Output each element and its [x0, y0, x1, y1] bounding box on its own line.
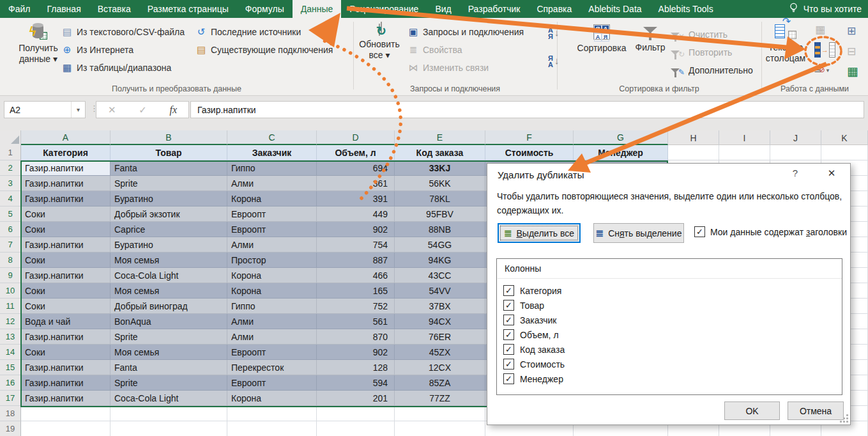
cell-D14[interactable]: 902 — [317, 345, 395, 360]
cell-E10[interactable]: 54VV — [395, 283, 485, 299]
cell-A2[interactable]: Газир.напитки — [21, 160, 110, 176]
cell-E1[interactable]: Код заказа — [395, 145, 485, 160]
tab-разработчик[interactable]: Разработчик — [460, 0, 529, 18]
column-option-код-заказа[interactable]: ✓Код заказа — [503, 342, 565, 357]
sort-descending-button[interactable]: ЯА ↓ — [548, 55, 559, 68]
cell-D15[interactable]: 128 — [317, 360, 395, 375]
row-header-13[interactable]: 13 — [0, 329, 21, 345]
ok-button[interactable]: OK — [724, 401, 780, 420]
queries-connections-button[interactable]: ▣Запросы и подключения — [407, 23, 524, 41]
tab-справка[interactable]: Справка — [528, 0, 580, 18]
cell-D8[interactable]: 887 — [317, 253, 395, 268]
cell-D18[interactable] — [317, 406, 395, 421]
cell-E14[interactable]: 45ZX — [395, 345, 485, 360]
cell-C18[interactable] — [227, 406, 317, 421]
cell-E3[interactable]: 56KK — [395, 176, 485, 191]
cell-C15[interactable]: Перекресток — [227, 360, 317, 375]
cell-E13[interactable]: 76ER — [395, 329, 485, 345]
data-validation-icon[interactable]: ≣⊘▾ — [814, 64, 829, 74]
cell-C3[interactable]: Алми — [227, 176, 317, 191]
formula-input[interactable]: Газир.напитки — [190, 101, 864, 118]
cell-A15[interactable]: Газир.напитки — [21, 360, 110, 375]
cell-C8[interactable]: Простор — [227, 253, 317, 268]
cell-C11[interactable]: Гиппо — [227, 299, 317, 314]
cell-C14[interactable]: Евроопт — [227, 345, 317, 360]
cell-C17[interactable]: Корона — [227, 391, 317, 406]
sort-ascending-button[interactable]: АЯ ↓ — [548, 27, 559, 40]
column-header-H[interactable]: H — [668, 130, 719, 145]
row-header-17[interactable]: 17 — [0, 391, 21, 406]
cell-B12[interactable]: BonAqua — [110, 314, 227, 329]
cell-B11[interactable]: Добрый виноград — [110, 299, 227, 314]
row-header-5[interactable]: 5 — [0, 206, 21, 222]
cell-D19[interactable] — [317, 421, 395, 436]
cell-C1[interactable]: Заказчик — [227, 145, 317, 160]
my-data-has-headers-checkbox[interactable]: ✓ Мои данные содержат заголовки — [694, 226, 847, 237]
cell-D9[interactable]: 466 — [317, 268, 395, 283]
cell-E9[interactable]: 43CC — [395, 268, 485, 283]
column-header-D[interactable]: D — [317, 130, 395, 145]
data-model-icon[interactable]: ▦ — [847, 65, 858, 77]
cell-E2[interactable]: 33KJ — [395, 160, 485, 176]
text-to-columns-button[interactable]: ↷ Текст по столбцам — [765, 20, 806, 83]
cell-C5[interactable]: Евроопт — [227, 206, 317, 222]
cell-B1[interactable]: Товар — [110, 145, 227, 160]
select-all-columns-button[interactable]: ≣ Выделить все — [498, 223, 581, 243]
column-header-G[interactable]: G — [574, 130, 668, 145]
cell-A13[interactable]: Газир.напитки — [21, 329, 110, 345]
cell-B9[interactable]: Coca-Cola Light — [110, 268, 227, 283]
name-box-dropdown-icon[interactable]: ▾ — [71, 102, 85, 118]
cell-A10[interactable]: Соки — [21, 283, 110, 299]
row-header-10[interactable]: 10 — [0, 283, 21, 299]
cell-D4[interactable]: 391 — [317, 191, 395, 206]
row-header-15[interactable]: 15 — [0, 360, 21, 375]
cell-A11[interactable]: Соки — [21, 299, 110, 314]
cell-A4[interactable]: Газир.напитки — [21, 191, 110, 206]
cell-D11[interactable]: 752 — [317, 299, 395, 314]
cell-E8[interactable]: 94KG — [395, 253, 485, 268]
tab-разметка-страницы[interactable]: Разметка страницы — [139, 0, 237, 18]
cell-E15[interactable]: 12CX — [395, 360, 485, 375]
column-header-C[interactable]: C — [227, 130, 317, 145]
cell-A7[interactable]: Газир.напитки — [21, 237, 110, 253]
column-header-A[interactable]: A — [21, 130, 110, 145]
cell-B8[interactable]: Моя семья — [110, 253, 227, 268]
cell-A5[interactable]: Соки — [21, 206, 110, 222]
cell-B4[interactable]: Буратино — [110, 191, 227, 206]
tab-вставка[interactable]: Вставка — [89, 0, 139, 18]
dialog-resize-grip[interactable] — [846, 421, 848, 423]
cancel-entry-icon[interactable]: ✕ — [108, 104, 116, 116]
cell-D1[interactable]: Объем, л — [317, 145, 395, 160]
cell-E19[interactable] — [395, 421, 485, 436]
row-header-12[interactable]: 12 — [0, 314, 21, 329]
row-header-8[interactable]: 8 — [0, 253, 21, 268]
cell-D17[interactable]: 201 — [317, 391, 395, 406]
cell-A17[interactable]: Газир.напитки — [21, 391, 110, 406]
row-header-2[interactable]: 2 — [0, 160, 21, 176]
row-header-19[interactable]: 19 — [0, 421, 21, 436]
cell-A18[interactable] — [21, 406, 110, 421]
cell-J1[interactable] — [770, 145, 821, 160]
cell-C12[interactable]: Алми — [227, 314, 317, 329]
unselect-all-columns-button[interactable]: ≣ Снять выделение — [593, 223, 684, 243]
cell-B19[interactable] — [110, 421, 227, 436]
row-header-9[interactable]: 9 — [0, 268, 21, 283]
cell-E7[interactable]: 54GG — [395, 237, 485, 253]
column-header-B[interactable]: B — [110, 130, 227, 145]
cell-C16[interactable]: Евроопт — [227, 375, 317, 391]
filter-button[interactable]: Фильтр — [632, 20, 668, 83]
from-web-button[interactable]: ⊕Из Интернета — [61, 41, 185, 59]
cell-E4[interactable]: 78KL — [395, 191, 485, 206]
dialog-close-button[interactable]: ✕ — [822, 167, 841, 183]
row-header-3[interactable]: 3 — [0, 176, 21, 191]
row-header-4[interactable]: 4 — [0, 191, 21, 206]
cell-A14[interactable]: Соки — [21, 345, 110, 360]
cell-E12[interactable]: 94CX — [395, 314, 485, 329]
row-header-11[interactable]: 11 — [0, 299, 21, 314]
from-table-button[interactable]: ▦Из таблицы/диапазона — [61, 59, 185, 77]
tab-рецензирование[interactable]: Рецензирование — [341, 0, 427, 18]
enter-entry-icon[interactable]: ✓ — [139, 104, 147, 116]
cell-C13[interactable]: Алми — [227, 329, 317, 345]
cancel-button[interactable]: Отмена — [788, 401, 844, 420]
row-header-1[interactable]: 1 — [0, 145, 21, 160]
